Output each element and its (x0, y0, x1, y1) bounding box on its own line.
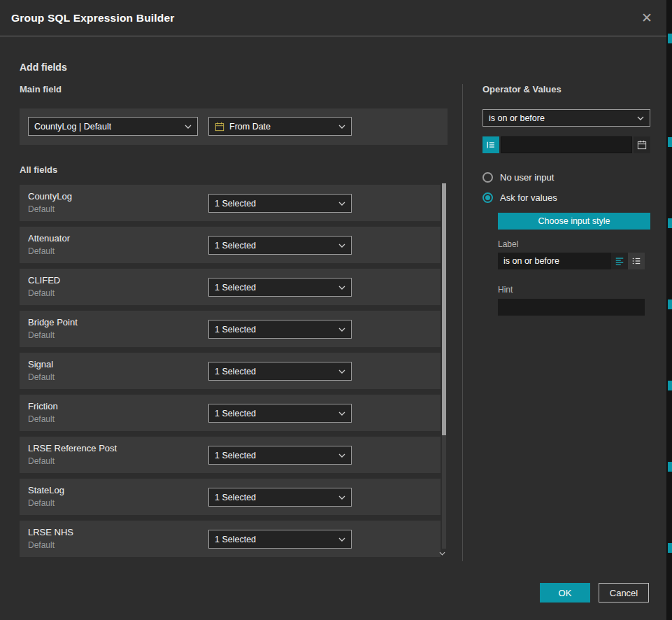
field-row: CountyLog Default 1 Selected (20, 185, 441, 221)
field-name: Friction (28, 401, 58, 411)
main-field-select[interactable]: From Date (208, 117, 352, 136)
field-layer: Default (28, 288, 55, 298)
field-selected-dropdown[interactable]: 1 Selected (208, 404, 352, 423)
field-layer: Default (28, 456, 55, 466)
background-accent-mark (668, 34, 672, 43)
field-row: CLIFED Default 1 Selected (20, 269, 441, 305)
values-list-icon[interactable] (482, 136, 499, 153)
operator-values-panel: Operator & Values is on or before No use… (482, 84, 650, 316)
field-layer: Default (28, 246, 55, 256)
ok-button[interactable]: OK (540, 583, 590, 603)
field-selected-value: 1 Selected (215, 199, 256, 209)
main-field-select-value: From Date (229, 122, 271, 132)
main-field-label: Main field (20, 84, 448, 94)
scrollbar-thumb[interactable] (442, 183, 446, 435)
field-selected-dropdown[interactable]: 1 Selected (208, 320, 352, 339)
field-name: Bridge Point (28, 317, 78, 327)
label-caption: Label (498, 239, 650, 249)
radio-selected-icon[interactable] (482, 192, 493, 203)
field-layer: Default (28, 204, 55, 214)
field-selected-value: 1 Selected (215, 535, 256, 544)
choose-input-style-button[interactable]: Choose input style (498, 213, 650, 230)
field-selected-dropdown[interactable]: 1 Selected (208, 278, 352, 297)
chevron-down-icon (338, 369, 345, 374)
field-layer: Default (28, 372, 55, 382)
radio-ask-for-values[interactable]: Ask for values (482, 190, 650, 204)
main-field-panel: CountyLog | Default From Date (20, 108, 448, 145)
field-row: Bridge Point Default 1 Selected (20, 311, 441, 347)
field-row: StateLog Default 1 Selected (20, 479, 441, 515)
field-selected-dropdown[interactable]: 1 Selected (208, 446, 352, 465)
operator-values-label: Operator & Values (482, 84, 650, 94)
radio-no-user-input[interactable]: No user input (482, 170, 650, 184)
field-row: Attenuator Default 1 Selected (20, 227, 441, 263)
align-left-icon[interactable] (611, 253, 628, 269)
field-selected-dropdown[interactable]: 1 Selected (208, 530, 352, 549)
field-row: Friction Default 1 Selected (20, 395, 441, 431)
field-selected-value: 1 Selected (215, 409, 256, 418)
field-selected-value: 1 Selected (215, 241, 256, 251)
add-fields-heading: Add fields (20, 62, 67, 73)
field-selected-value: 1 Selected (215, 451, 256, 460)
field-name: LRSE NHS (28, 527, 73, 537)
chevron-down-icon (338, 202, 345, 206)
hint-caption: Hint (498, 285, 650, 295)
field-layer: Default (28, 330, 55, 340)
field-selected-dropdown[interactable]: 1 Selected (208, 236, 352, 255)
field-row: LRSE Reference Post Default 1 Selected (20, 437, 441, 473)
operator-select-value: is on or before (489, 113, 545, 123)
radio-no-user-input-label: No user input (500, 172, 554, 183)
dialog-titlebar: Group SQL Expression Builder ✕ (0, 0, 666, 36)
label-input[interactable] (498, 253, 611, 269)
chevron-down-icon (338, 125, 345, 129)
fields-column: Main field CountyLog | Default From Date… (20, 84, 448, 563)
hint-input[interactable] (498, 299, 645, 316)
chevron-down-icon (338, 286, 345, 290)
field-selected-value: 1 Selected (215, 325, 256, 334)
layer-select[interactable]: CountyLog | Default (28, 117, 198, 136)
calendar-icon (215, 122, 224, 132)
chevron-down-icon (338, 453, 345, 458)
field-selected-value: 1 Selected (215, 493, 256, 502)
field-name: LRSE Reference Post (28, 443, 117, 453)
calendar-icon[interactable] (634, 136, 650, 153)
close-icon[interactable]: ✕ (638, 10, 655, 26)
bullet-list-icon[interactable] (628, 253, 645, 269)
cancel-button[interactable]: Cancel (599, 583, 649, 603)
chevron-down-icon (338, 495, 345, 500)
chevron-down-icon (338, 244, 345, 248)
field-name: Attenuator (28, 233, 70, 244)
background-accent-mark (668, 218, 672, 228)
all-fields-list: CountyLog Default 1 Selected Attenuator … (20, 185, 441, 557)
dialog-footer: OK Cancel (540, 583, 649, 603)
background-accent-mark (668, 300, 672, 309)
field-selected-value: 1 Selected (215, 367, 256, 376)
radio-ask-for-values-label: Ask for values (500, 192, 557, 203)
operator-select[interactable]: is on or before (482, 109, 650, 127)
field-layer: Default (28, 540, 55, 550)
column-divider (462, 84, 463, 561)
chevron-down-icon (338, 327, 345, 332)
layer-select-value: CountyLog | Default (34, 122, 111, 132)
background-accent-mark (668, 543, 672, 553)
field-row: Signal Default 1 Selected (20, 353, 441, 389)
background-accent-mark (668, 381, 672, 390)
background-accent-mark (668, 137, 672, 147)
field-layer: Default (28, 498, 55, 508)
background-accent-mark (668, 462, 672, 472)
radio-circle-icon[interactable] (482, 172, 493, 183)
field-selected-dropdown[interactable]: 1 Selected (208, 362, 352, 381)
date-value-input[interactable] (501, 136, 632, 153)
field-selected-dropdown[interactable]: 1 Selected (208, 194, 352, 213)
field-selected-dropdown[interactable]: 1 Selected (208, 488, 352, 507)
chevron-down-icon (637, 116, 644, 120)
field-name: Signal (28, 359, 53, 369)
field-name: StateLog (28, 485, 64, 495)
field-layer: Default (28, 414, 55, 424)
chevron-down-icon (338, 537, 345, 542)
scroll-down-icon[interactable] (439, 551, 445, 556)
dialog-title: Group SQL Expression Builder (11, 12, 175, 24)
fields-scrollbar[interactable] (442, 183, 446, 549)
user-input-radio-group: No user input Ask for values (482, 170, 650, 204)
all-fields-label: All fields (20, 164, 448, 175)
